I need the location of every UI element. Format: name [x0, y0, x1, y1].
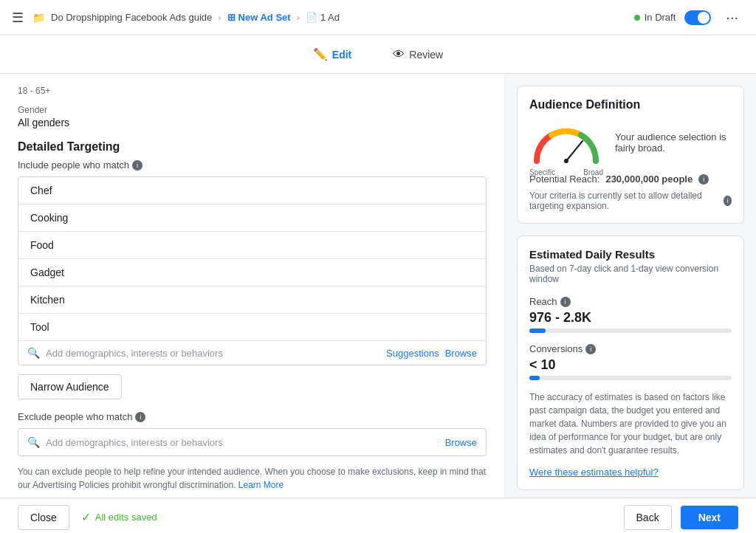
ad-breadcrumb[interactable]: 📄 1 Ad	[306, 12, 340, 23]
bottom-left: Close ✓ All edits saved	[18, 505, 157, 530]
folder-icon: 📁	[32, 12, 45, 24]
gauge-svg	[529, 120, 603, 165]
review-icon: 👁	[393, 48, 405, 61]
exclude-browse-link[interactable]: Browse	[445, 437, 477, 448]
audience-def-title: Audience Definition	[529, 98, 732, 111]
estimated-title: Estimated Daily Results	[529, 248, 732, 261]
sidebar-toggle-icon[interactable]: ☰	[12, 10, 24, 26]
status-badge: In Draft	[634, 12, 676, 23]
back-button[interactable]: Back	[624, 505, 672, 530]
search-links: Suggestions Browse	[386, 348, 477, 359]
conversions-metric: Conversions i < 10	[529, 343, 732, 380]
draft-toggle[interactable]	[684, 10, 711, 25]
gauge-description: Your audience selection is fairly broad.	[615, 131, 732, 154]
conversions-value: < 10	[529, 357, 732, 373]
main-layout: 18 - 65+ Gender All genders Detailed Tar…	[0, 74, 756, 498]
potential-reach-value: 230,000,000 people	[605, 173, 693, 185]
conversions-bar-fill	[529, 376, 540, 380]
disclaimer: You can exclude people to help refine yo…	[18, 465, 487, 492]
top-bar: ☰ 📁 Do Dropshipping Facebook Ads guide ›…	[0, 0, 756, 35]
left-content: 18 - 65+ Gender All genders Detailed Tar…	[0, 74, 504, 498]
reach-label: Reach i	[529, 296, 732, 307]
status-dot	[634, 15, 640, 21]
conversions-bar	[529, 376, 732, 380]
narrow-audience-button[interactable]: Narrow Audience	[18, 374, 122, 399]
audience-list: ChefCookingFoodGadgetKitchenTool	[18, 177, 486, 340]
audience-item[interactable]: Kitchen	[18, 286, 486, 314]
include-info-icon[interactable]: i	[132, 160, 142, 171]
campaign-breadcrumb[interactable]: Do Dropshipping Facebook Ads guide	[51, 12, 212, 23]
suggestions-link[interactable]: Suggestions	[386, 348, 439, 359]
age-range-partial: 18 - 65+	[18, 86, 487, 96]
criteria-note: Your criteria is currently set to allow …	[529, 190, 732, 211]
bottom-bar: Close ✓ All edits saved Back Next	[0, 498, 756, 533]
reach-bar-fill	[529, 329, 546, 333]
more-options-button[interactable]: ···	[720, 6, 744, 29]
adset-breadcrumb[interactable]: ⊞ New Ad Set	[227, 12, 291, 23]
detailed-targeting-title: Detailed Targeting	[18, 140, 487, 154]
conversions-label: Conversions i	[529, 343, 732, 354]
audience-item[interactable]: Cooking	[18, 204, 486, 232]
top-bar-right: In Draft ···	[634, 6, 744, 29]
reach-info-icon[interactable]: i	[698, 174, 709, 185]
reach-metric: Reach i 976 - 2.8K	[529, 296, 732, 333]
accuracy-note: The accuracy of estimates is based on fa…	[529, 391, 732, 457]
estimated-subtitle: Based on 7-day click and 1-day view conv…	[529, 264, 732, 284]
estimated-daily-card: Estimated Daily Results Based on 7-day c…	[517, 235, 744, 490]
search-icon: 🔍	[27, 347, 40, 359]
bottom-right: Back Next	[624, 505, 738, 530]
gauge-broad-label: Broad	[583, 168, 603, 176]
gauge-specific-label: Specific	[529, 168, 555, 176]
close-button[interactable]: Close	[18, 505, 69, 530]
gauge-container: Specific Broad	[529, 120, 603, 165]
check-icon: ✓	[81, 510, 91, 524]
edit-icon: ✏️	[313, 47, 328, 61]
exclude-search-icon: 🔍	[27, 436, 40, 448]
helpful-link[interactable]: Were these estimates helpful?	[529, 467, 659, 478]
exclude-label: Exclude people who match i	[18, 411, 487, 422]
gauge-section: Specific Broad Your audience selection i…	[529, 120, 732, 165]
grid-icon: ⊞	[227, 12, 236, 23]
audience-item[interactable]: Food	[18, 232, 486, 259]
breadcrumb: ☰ 📁 Do Dropshipping Facebook Ads guide ›…	[12, 10, 340, 26]
next-button[interactable]: Next	[681, 506, 738, 529]
reach-bar	[529, 329, 732, 333]
audience-item[interactable]: Gadget	[18, 259, 486, 286]
exclude-search-row: 🔍 Add demographics, interests or behavio…	[18, 429, 486, 455]
exclude-box: 🔍 Add demographics, interests or behavio…	[18, 428, 487, 456]
ad-icon: 📄	[306, 12, 317, 23]
conversions-info-icon[interactable]: i	[585, 344, 596, 354]
saved-status: ✓ All edits saved	[81, 510, 157, 524]
right-panel: Audience Definition	[505, 74, 756, 498]
reach-value: 976 - 2.8K	[529, 310, 732, 326]
audience-item[interactable]: Chef	[18, 177, 486, 204]
audience-definition-card: Audience Definition	[517, 86, 744, 224]
audience-item[interactable]: Tool	[18, 314, 486, 340]
audience-search-input[interactable]: Add demographics, interests or behaviors	[46, 348, 380, 359]
criteria-info-icon[interactable]: i	[724, 196, 732, 206]
gender-label: Gender	[18, 105, 487, 115]
svg-line-0	[566, 141, 583, 161]
tab-review[interactable]: 👁 Review	[384, 44, 452, 66]
exclude-info-icon[interactable]: i	[135, 412, 145, 422]
left-panel: 18 - 65+ Gender All genders Detailed Tar…	[0, 74, 505, 498]
svg-point-1	[564, 159, 568, 163]
learn-more-link[interactable]: Learn More	[238, 480, 284, 490]
audience-box: ChefCookingFoodGadgetKitchenTool 🔍 Add d…	[18, 176, 487, 365]
edit-review-bar: ✏️ Edit 👁 Review	[0, 35, 756, 74]
reach-metric-info-icon[interactable]: i	[560, 297, 571, 307]
include-label: Include people who match i	[18, 159, 487, 171]
exclude-search-input[interactable]: Add demographics, interests or behaviors	[46, 437, 439, 448]
browse-link[interactable]: Browse	[445, 348, 477, 359]
tab-edit[interactable]: ✏️ Edit	[304, 43, 360, 66]
search-row: 🔍 Add demographics, interests or behavio…	[18, 340, 486, 365]
gender-value: All genders	[18, 117, 487, 128]
